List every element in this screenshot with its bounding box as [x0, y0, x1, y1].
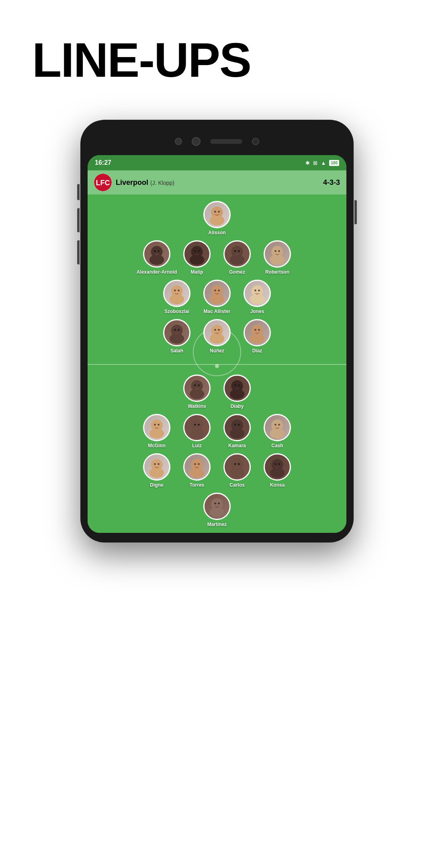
- player-name-matip: Matip: [190, 269, 203, 275]
- svg-point-41: [214, 329, 216, 331]
- svg-point-84: [270, 468, 285, 478]
- player-name-alexander-arnold: Alexander-Arnold: [137, 269, 177, 275]
- status-time: 16:27: [95, 159, 111, 166]
- svg-point-32: [250, 294, 264, 305]
- svg-point-34: [258, 289, 260, 291]
- player-face: [225, 376, 250, 401]
- player-face: [205, 320, 229, 345]
- volume-up-button: [77, 208, 80, 232]
- svg-point-37: [174, 329, 176, 331]
- svg-point-62: [198, 424, 200, 426]
- status-bar: 16:27 ✱ ⊠ ▲ 100: [88, 155, 346, 170]
- list-item: Jones: [239, 280, 275, 314]
- svg-point-64: [230, 428, 244, 439]
- player-name-szoboszlai: Szoboszlai: [164, 309, 189, 314]
- svg-text:LFC: LFC: [96, 179, 110, 187]
- svg-point-10: [158, 250, 160, 252]
- player-face: [164, 281, 189, 306]
- player-name-martinez: Martínez: [207, 522, 227, 527]
- team2-midfield-row: McGinn Luiz: [88, 411, 346, 451]
- list-item: Díaz: [239, 319, 275, 354]
- battery-icon: 100: [329, 160, 339, 166]
- team2-forward-row: Watkins Diaby: [88, 372, 346, 411]
- svg-point-16: [230, 255, 244, 265]
- player-face: [265, 454, 290, 479]
- list-item: Martínez: [199, 493, 235, 527]
- list-item: Luiz: [179, 414, 215, 448]
- list-item: Diaby: [219, 375, 255, 409]
- list-item: Alexander-Arnold: [139, 240, 175, 275]
- player-name-nunez: Núñez: [210, 348, 224, 354]
- avatar: [163, 280, 190, 307]
- svg-point-22: [278, 250, 280, 252]
- avatar: [183, 240, 211, 268]
- player-face: [265, 242, 290, 266]
- front-camera-icon: [175, 138, 182, 145]
- phone-screen: 16:27 ✱ ⊠ ▲ 100 LFC Liverpool (J. Kl: [88, 155, 346, 533]
- team2-defense-row: Digne Torres: [88, 451, 346, 490]
- forward-row-container: Salah Núñez: [88, 317, 346, 356]
- svg-point-82: [238, 463, 240, 465]
- svg-point-5: [214, 211, 216, 213]
- page-title: LINE-UPS: [0, 32, 251, 88]
- player-name-mac-allister: Mac Allister: [204, 309, 231, 314]
- player-name-torres: Torres: [190, 482, 204, 488]
- svg-point-76: [190, 468, 204, 478]
- list-item: Gomez: [219, 240, 255, 275]
- svg-point-38: [178, 329, 180, 331]
- team-logo: LFC: [94, 174, 112, 191]
- svg-point-26: [178, 289, 180, 291]
- svg-point-88: [210, 507, 224, 518]
- player-face: [205, 281, 229, 306]
- volume-down-button: [77, 240, 80, 264]
- svg-point-57: [154, 424, 156, 426]
- list-item: McGinn: [139, 414, 175, 448]
- goalkeeper-row: Alisson: [88, 199, 346, 238]
- svg-point-56: [149, 428, 164, 439]
- svg-point-49: [194, 384, 196, 386]
- svg-point-89: [214, 502, 216, 504]
- svg-point-81: [234, 463, 236, 465]
- player-name-robertson: Robertson: [265, 269, 289, 275]
- svg-point-12: [190, 255, 204, 265]
- svg-point-29: [214, 289, 216, 291]
- avatar: [264, 240, 291, 268]
- svg-point-21: [274, 250, 276, 252]
- svg-point-48: [190, 389, 204, 399]
- center-dot-container: [88, 364, 346, 368]
- signal-icon: ⊠: [313, 160, 317, 166]
- svg-point-18: [238, 250, 240, 252]
- player-face: [245, 320, 270, 345]
- avatar: [244, 319, 271, 346]
- team-formation: 4-3-3: [323, 178, 340, 187]
- liverpool-crest-svg: LFC: [94, 174, 112, 191]
- bluetooth-icon: ✱: [305, 160, 310, 166]
- forward-row: Salah Núñez: [88, 317, 346, 356]
- list-item: Núñez: [199, 319, 235, 354]
- svg-point-20: [270, 255, 285, 265]
- avatar: [163, 319, 190, 346]
- player-name-carlos: Carlos: [229, 482, 244, 488]
- team-header: LFC Liverpool (J. Klopp) 4-3-3: [88, 170, 346, 194]
- list-item: Digne: [139, 453, 175, 488]
- svg-point-73: [154, 463, 156, 465]
- volume-silent-button: [77, 184, 80, 200]
- avatar: [203, 280, 231, 307]
- player-name-salah: Salah: [170, 348, 183, 354]
- list-item: Carlos: [219, 453, 255, 488]
- earpiece: [210, 139, 242, 144]
- team-name: Liverpool (J. Klopp): [116, 178, 174, 186]
- team-logo-area: LFC Liverpool (J. Klopp): [94, 174, 174, 191]
- player-face: [144, 415, 169, 440]
- phone-top-area: [88, 129, 346, 154]
- svg-point-54: [238, 384, 240, 386]
- player-face: [164, 320, 189, 345]
- sensor-icon: [252, 138, 259, 145]
- team-manager: (J. Klopp): [150, 180, 174, 186]
- svg-point-9: [154, 250, 156, 252]
- player-face: [184, 415, 209, 440]
- avatar: [264, 414, 291, 441]
- front-camera-center-icon: [192, 137, 201, 146]
- svg-point-60: [190, 428, 204, 439]
- player-face: [225, 454, 250, 479]
